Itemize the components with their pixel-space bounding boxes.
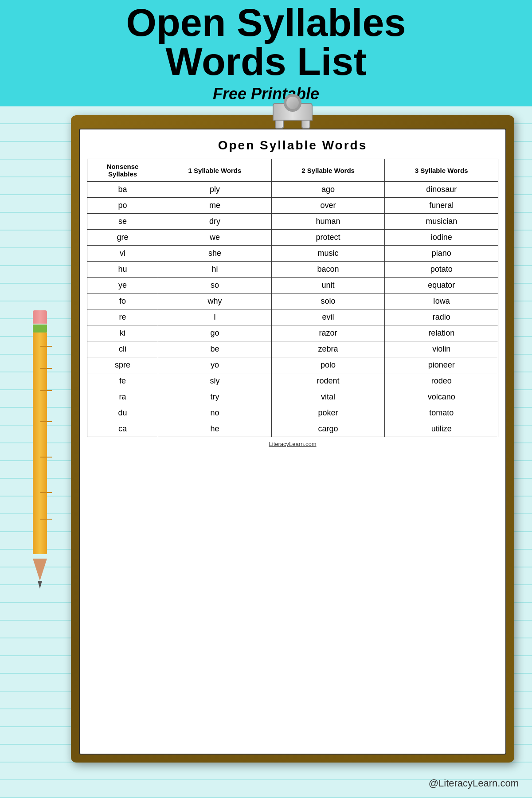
pencil-band [33,325,47,332]
pencil-line [40,390,52,391]
table-cell: over [271,198,385,214]
table-cell: dinosaur [385,182,498,198]
table-cell: Iowa [385,293,498,309]
table-cell: she [158,246,272,262]
table-row: pomeoverfuneral [87,198,498,214]
pencil-point [38,581,42,589]
table-cell: why [158,293,272,309]
table-row: kigorazorrelation [87,325,498,341]
table-row: sedryhumanmusician [87,214,498,230]
table-cell: relation [385,325,498,341]
table-cell: we [158,230,272,246]
clipboard-board: Open Syllable Words NonsenseSyllables 1 … [71,115,514,763]
table-cell: iodine [385,230,498,246]
table-cell: I [158,309,272,325]
pencil-decoration [27,310,53,576]
table-cell: volcano [385,389,498,405]
table-cell: radio [385,309,498,325]
table-cell: vital [271,389,385,405]
table-cell: ply [158,182,272,198]
table-cell: ki [87,325,158,341]
table-cell: poker [271,405,385,421]
table-cell: cli [87,341,158,357]
table-cell: piano [385,246,498,262]
paper: Open Syllable Words NonsenseSyllables 1 … [79,129,506,755]
table-cell: rodent [271,373,385,389]
table-row: baplyagodinosaur [87,182,498,198]
clip-ring [284,94,301,112]
table-cell: ago [271,182,385,198]
table-cell: fe [87,373,158,389]
table-cell: be [158,341,272,357]
pencil-tip [33,559,47,581]
clipboard-clip [273,103,313,129]
main-title: Open Syllables Words List [126,3,406,81]
table-row: huhibaconpotato [87,262,498,278]
paper-title: Open Syllable Words [87,138,498,153]
table-cell: yo [158,357,272,373]
col-header-2syl: 2 Syllable Words [271,159,385,182]
clip-arms [273,121,313,129]
clip-arm-left [275,121,284,129]
table-cell: razor [271,325,385,341]
table-cell: po [87,198,158,214]
col-header-1syl: 1 Syllable Words [158,159,272,182]
table-row: cahecargoutilize [87,421,498,437]
table-cell: me [158,198,272,214]
table-row: fowhysoloIowa [87,293,498,309]
table-cell: sly [158,373,272,389]
table-cell: hu [87,262,158,278]
table-cell: utilize [385,421,498,437]
table-cell: se [87,214,158,230]
table-cell: re [87,309,158,325]
table-row: vishemusicpiano [87,246,498,262]
attribution: @LiteracyLearn.com [429,778,519,789]
table-cell: dry [158,214,272,230]
table-cell: potato [385,262,498,278]
table-cell: unit [271,278,385,293]
table-cell: solo [271,293,385,309]
table-cell: ca [87,421,158,437]
table-cell: gre [87,230,158,246]
clip-arm-right [301,121,310,129]
table-cell: evil [271,309,385,325]
table-cell: hi [158,262,272,278]
table-cell: pioneer [385,357,498,373]
pencil-body [33,332,47,554]
pencil-line [40,457,52,458]
col-header-3syl: 3 Syllable Words [385,159,498,182]
clipboard-wrapper: Open Syllable Words NonsenseSyllables 1 … [71,115,514,763]
table-cell: human [271,214,385,230]
table-cell: tomato [385,405,498,421]
table-cell: rodeo [385,373,498,389]
table-cell: protect [271,230,385,246]
pencil-line [40,492,52,493]
table-cell: fo [87,293,158,309]
pencil-line [40,346,52,347]
table-cell: try [158,389,272,405]
table-cell: no [158,405,272,421]
table-footer: LiteracyLearn.com [87,441,498,447]
table-row: dunopokertomato [87,405,498,421]
table-cell: cargo [271,421,385,437]
pencil-line [40,368,52,369]
table-cell: violin [385,341,498,357]
table-cell: vi [87,246,158,262]
table-cell: spre [87,357,158,373]
pencil-line [40,421,52,422]
table-cell: go [158,325,272,341]
table-cell: polo [271,357,385,373]
table-cell: music [271,246,385,262]
table-row: greweprotectiodine [87,230,498,246]
table-cell: du [87,405,158,421]
table-row: yesounitequator [87,278,498,293]
table-cell: ye [87,278,158,293]
table-row: feslyrodentrodeo [87,373,498,389]
table-cell: so [158,278,272,293]
table-cell: bacon [271,262,385,278]
table-row: ratryvitalvolcano [87,389,498,405]
subtitle: Free Printable [213,85,319,103]
table-cell: musician [385,214,498,230]
table-cell: funeral [385,198,498,214]
table-header-row: NonsenseSyllables 1 Syllable Words 2 Syl… [87,159,498,182]
